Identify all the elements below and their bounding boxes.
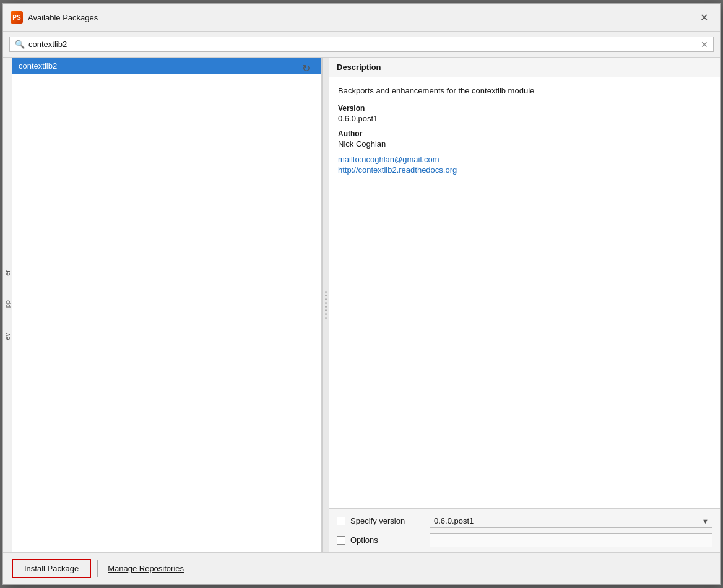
- divider-dot-7: [325, 313, 327, 315]
- divider-dot-6: [325, 309, 327, 311]
- specify-version-checkbox[interactable]: [337, 517, 345, 525]
- search-clear-button[interactable]: ✕: [701, 40, 708, 49]
- panel-divider[interactable]: [322, 58, 329, 552]
- divider-dot-5: [325, 306, 327, 308]
- version-label: Version: [338, 104, 711, 113]
- description-body: Backports and enhancements for the conte…: [329, 77, 720, 508]
- dialog-title: Available Packages: [28, 13, 98, 22]
- search-icon: 🔍: [15, 40, 25, 49]
- options-input[interactable]: [430, 533, 712, 547]
- title-bar-left: PS Available Packages: [11, 11, 98, 24]
- specify-version-label: Specify version: [350, 516, 425, 525]
- search-input[interactable]: [28, 40, 697, 49]
- author-value: Nick Coghlan: [338, 139, 711, 149]
- app-icon-label: PS: [12, 14, 20, 21]
- side-label-pp: pp: [4, 300, 11, 308]
- version-select[interactable]: 0.6.0.post1: [430, 514, 712, 528]
- search-input-wrapper: 🔍 ✕: [9, 37, 714, 52]
- side-labels: er pp ev: [3, 58, 12, 552]
- side-label-er: er: [4, 270, 11, 276]
- description-header: Description: [329, 58, 720, 77]
- manage-repositories-button[interactable]: Manage Repositories: [97, 560, 194, 577]
- version-dropdown-wrapper: 0.6.0.post1 ▼: [430, 514, 712, 528]
- divider-dot-8: [325, 317, 327, 319]
- docs-link[interactable]: http://contextlib2.readthedocs.org: [338, 165, 711, 175]
- package-list: contextlib2 ↻: [12, 58, 322, 552]
- available-packages-dialog: PS Available Packages ✕ 🔍 ✕ er pp ev con…: [2, 3, 721, 585]
- left-panel: er pp ev contextlib2 ↻: [3, 58, 322, 552]
- options-checkbox[interactable]: [337, 536, 345, 545]
- divider-dot-4: [325, 302, 327, 304]
- side-label-ev: ev: [4, 333, 11, 340]
- right-panel: Description Backports and enhancements f…: [329, 58, 720, 552]
- specify-version-row: Specify version 0.6.0.post1 ▼: [337, 514, 712, 528]
- main-area: er pp ev contextlib2 ↻: [3, 58, 720, 552]
- bottom-bar: Install Package Manage Repositories: [3, 552, 720, 584]
- refresh-button[interactable]: ↻: [300, 61, 313, 76]
- divider-dot-2: [325, 295, 327, 296]
- app-icon: PS: [11, 11, 23, 24]
- options-row: Options: [337, 533, 712, 547]
- version-value: 0.6.0.post1: [338, 114, 711, 123]
- divider-dot-3: [325, 298, 327, 300]
- email-link[interactable]: mailto:ncoghlan@gmail.com: [338, 155, 711, 164]
- description-summary: Backports and enhancements for the conte…: [338, 86, 711, 95]
- author-label: Author: [338, 129, 711, 138]
- install-package-button[interactable]: Install Package: [12, 559, 91, 578]
- options-footer: Specify version 0.6.0.post1 ▼ Options: [329, 508, 720, 552]
- divider-dots: [325, 291, 327, 319]
- package-item[interactable]: contextlib2: [12, 58, 321, 74]
- close-button[interactable]: ✕: [695, 9, 712, 26]
- options-label: Options: [350, 535, 425, 545]
- divider-dot-1: [325, 291, 327, 293]
- title-bar: PS Available Packages ✕: [3, 4, 720, 32]
- search-bar: 🔍 ✕: [3, 32, 720, 58]
